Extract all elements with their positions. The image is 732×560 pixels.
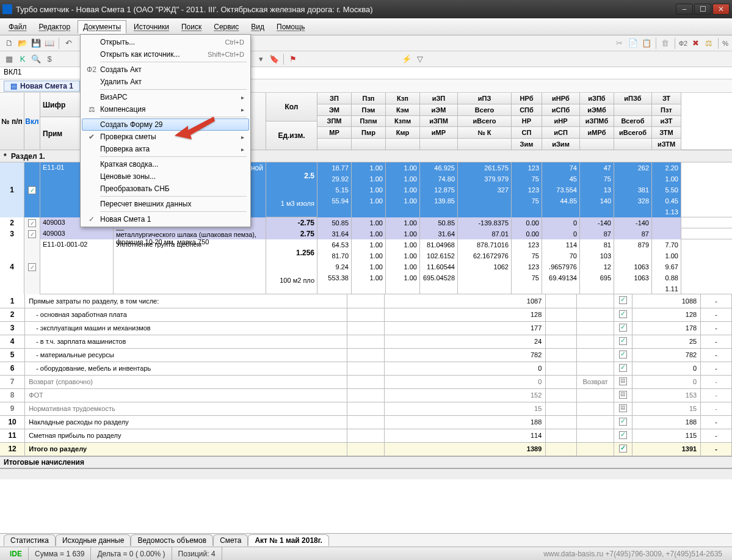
data-cell[interactable] [542,206,580,217]
data-cell[interactable]: 123 [512,162,542,173]
data-cell[interactable]: -139.8375 [458,217,512,228]
data-cell[interactable] [580,206,614,217]
data-cell[interactable]: 381 [614,184,652,195]
data-cell[interactable]: 1.00 [352,184,386,195]
data-cell[interactable]: 0.00 [512,217,542,228]
data-cell[interactable] [542,283,580,294]
menu-item-преобразовать-снб[interactable]: Преобразовать СНБ [82,183,249,195]
data-cell[interactable] [458,272,512,283]
bookmark-icon[interactable]: 🔖 [269,54,280,65]
data-cell[interactable]: 123 [512,239,542,250]
data-cell[interactable]: 379.979 [458,173,512,184]
data-cell[interactable]: 73.554 [542,184,580,195]
summary-row-5[interactable]: 5- материальные ресурсы782782- [0,348,732,362]
menu-item-визарс[interactable]: ВизАРС▸ [82,91,249,103]
data-cell[interactable]: 1062 [458,261,512,272]
menu-item-открыть-как-источник---[interactable]: Открыть как источник...Shift+Ctrl+D [82,48,249,60]
data-cell[interactable]: 18.77 [317,162,352,173]
data-cell[interactable]: .9657976 [542,261,580,272]
data-cell[interactable] [512,283,542,294]
menu-file[interactable]: Файл [4,21,32,33]
menu-item-проверка-акта[interactable]: Проверка акта▸ [82,143,249,155]
data-cell[interactable]: 695.04528 [420,272,458,283]
menu-item-новая-смета-1[interactable]: ✓Новая Смета 1 [82,213,249,225]
data-cell[interactable]: 878.71016 [458,239,512,250]
save-icon[interactable]: 💾 [31,38,42,49]
data-cell[interactable]: 47 [580,162,614,173]
data-cell[interactable]: 1.00 [352,228,386,239]
summary-row-2[interactable]: 2- основная заработная плата128128- [0,308,732,321]
data-cell[interactable]: 9.67 [652,261,681,272]
menu-sources[interactable]: Источники [129,21,174,33]
menu-editor[interactable]: Редактор [34,21,76,33]
horizontal-scrollbar[interactable] [0,468,732,479]
data-cell[interactable]: 50.85 [317,217,352,228]
undo-icon[interactable]: ↶ [63,38,74,49]
data-cell[interactable]: 29.92 [317,173,352,184]
close-button[interactable]: ✕ [712,4,730,15]
data-cell[interactable]: 81.70 [317,250,352,261]
data-cell[interactable]: 74 [542,162,580,173]
data-cell[interactable] [614,250,652,261]
data-cell[interactable]: 13 [580,184,614,195]
data-cell[interactable]: 5.50 [652,184,681,195]
data-cell[interactable]: 44.85 [542,195,580,206]
maximize-button[interactable]: ☐ [694,4,711,15]
summary-row-8[interactable]: 8ФОТ152153- [0,388,732,402]
tab-volumes[interactable]: Ведомость объемов [131,534,213,546]
data-cell[interactable]: 11.60544 [420,261,458,272]
data-cell[interactable]: 328 [614,195,652,206]
menu-item-краткая-сводка---[interactable]: Краткая сводка... [82,158,249,170]
data-cell[interactable]: 9.24 [317,261,352,272]
data-cell[interactable]: 62.1672976 [458,250,512,261]
data-cell[interactable]: 31.64 [420,228,458,239]
data-cell[interactable] [317,206,352,217]
data-cell[interactable]: 7.70 [652,239,681,250]
data-cell[interactable]: 1.00 [652,173,681,184]
data-cell[interactable]: 87 [614,228,652,239]
data-cell[interactable] [386,206,420,217]
data-cell[interactable]: 1.11 [652,283,681,294]
flag-icon[interactable]: ⚑ [288,54,299,65]
filter-icon[interactable]: ⚡ [401,54,412,65]
data-cell[interactable]: 1.00 [352,272,386,283]
summary-row-12[interactable]: 12Итого по разделу13891391- [0,442,732,456]
data-cell[interactable]: 12.875 [420,184,458,195]
menu-item-ценовые-зоны---[interactable]: Ценовые зоны... [82,170,249,183]
zoom-icon[interactable]: 🔍 [31,54,42,65]
data-cell[interactable]: 1.00 [386,162,420,173]
data-cell[interactable] [420,206,458,217]
menu-item-создать-форму-29[interactable]: Создать Форму 29 [82,118,249,131]
new-icon[interactable]: 🗋 [4,38,15,49]
data-cell[interactable] [458,283,512,294]
data-cell[interactable]: 1.00 [352,261,386,272]
data-cell[interactable]: 261.575 [458,162,512,173]
data-cell[interactable]: 123 [512,261,542,272]
data-cell[interactable] [386,283,420,294]
data-cell[interactable]: 0 [542,228,580,239]
data-cell[interactable]: 1.00 [352,173,386,184]
data-cell[interactable] [420,283,458,294]
data-cell[interactable]: 1.00 [352,162,386,173]
data-cell[interactable]: 1.00 [352,217,386,228]
tab-act-1[interactable]: Акт № 1 май 2018г. [248,534,329,546]
data-cell[interactable]: 0.88 [652,272,681,283]
menu-item-пересчет-внешних-данных[interactable]: Пересчет внешних данных [82,198,249,210]
data-cell[interactable] [652,217,681,228]
data-cell[interactable]: 75 [512,173,542,184]
data-cell[interactable]: 5.15 [317,184,352,195]
data-cell[interactable]: 1.00 [352,250,386,261]
tab-source-data[interactable]: Исходные данные [56,534,131,546]
summary-row-1[interactable]: 1Прямые затраты по разделу, в том числе:… [0,294,732,308]
doc-tab-1[interactable]: ▤ Новая Смета 1 [4,81,80,92]
minimize-button[interactable]: – [676,4,693,15]
data-cell[interactable]: 1063 [614,272,652,283]
row-include-checkbox[interactable]: ✓ [24,162,40,217]
cut-icon[interactable]: ✂ [614,38,625,49]
row-code[interactable]: Е11-01-001-02 [40,239,114,294]
data-cell[interactable]: -140 [580,217,614,228]
data-cell[interactable]: 102.6152 [420,250,458,261]
summary-row-11[interactable]: 11Сметная прибыль по разделу114115- [0,429,732,442]
data-cell[interactable]: 123 [512,184,542,195]
data-cell[interactable]: -140 [614,217,652,228]
